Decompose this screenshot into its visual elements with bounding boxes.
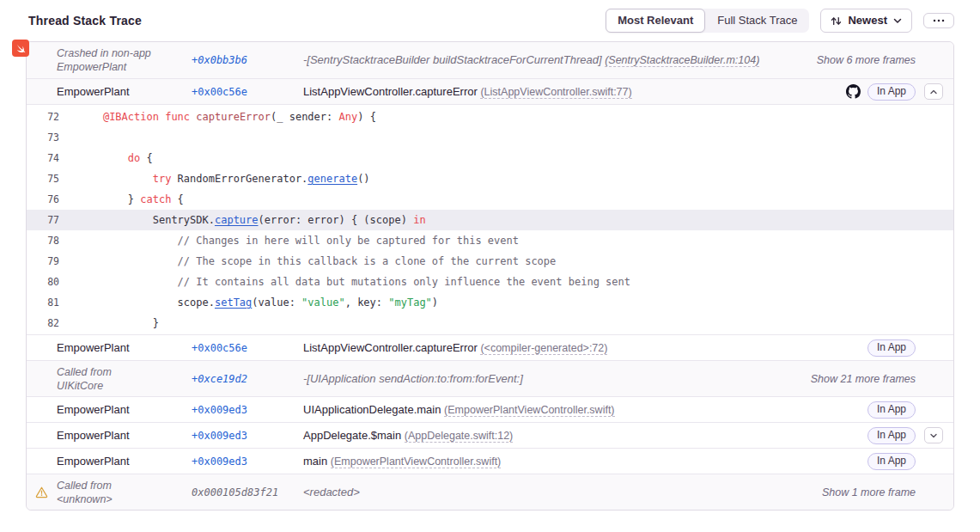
frame-right-zone: In App	[867, 339, 943, 357]
frame-function-name: <redacted>	[303, 486, 360, 498]
overflow-menu-button[interactable]	[923, 13, 954, 28]
chevron-down-icon	[929, 432, 938, 439]
stack-frame-row[interactable]: EmpowerPlant +0x009ed3 AppDelegate.$main…	[27, 422, 953, 448]
module-name: UIKitCore	[57, 379, 192, 393]
code-text: scope.setTag(value: "value", key: "myTag…	[59, 292, 438, 313]
module-name: EmpowerPlant	[57, 85, 192, 99]
frame-module: EmpowerPlant	[57, 341, 192, 355]
module-name: <unknown>	[57, 492, 192, 506]
line-number: 76	[27, 189, 59, 210]
frame-right-zone: Show 6 more frames	[817, 54, 943, 66]
code-line: 79 // The scope in this callback is a cl…	[27, 251, 953, 272]
frame-right-zone: Show 21 more frames	[811, 373, 943, 385]
frame-function: <redacted>	[303, 485, 822, 499]
stack-frame-row[interactable]: Crashed in non-appEmpowerPlant +0x0bb3b6…	[27, 42, 953, 78]
in-app-badge: In App	[867, 453, 916, 470]
expand-collapse-button[interactable]	[924, 427, 943, 443]
line-number: 74	[27, 148, 59, 168]
view-toggle: Most Relevant Full Stack Trace	[606, 9, 809, 33]
show-more-frames-link[interactable]: Show 6 more frames	[817, 54, 916, 66]
frame-address[interactable]: +0x0bb3b6	[192, 54, 303, 66]
frame-address[interactable]: +0x009ed3	[192, 404, 303, 416]
code-text: }	[59, 313, 159, 333]
code-text: SentrySDK.capture(error: error) { (scope…	[59, 210, 426, 230]
show-more-frames-link[interactable]: Show 21 more frames	[811, 373, 916, 385]
code-line: 75 try RandomErrorGenerator.generate()	[27, 168, 953, 189]
frame-filename[interactable]: (ListAppViewController.swift:77)	[480, 86, 631, 99]
chevron-up-icon	[929, 89, 938, 95]
warning-icon	[35, 486, 48, 498]
frame-module: EmpowerPlant	[57, 455, 192, 468]
frame-function: AppDelegate.$main (AppDelegate.swift:12)	[303, 428, 867, 443]
line-number: 77	[27, 210, 59, 230]
thread-stack-trace-header: Thread Stack Trace Most Relevant Full St…	[0, 0, 980, 41]
frame-right-zone: In App	[867, 401, 943, 419]
stack-frame-row[interactable]: EmpowerPlant +0x00c56e ListAppViewContro…	[27, 78, 953, 104]
frame-filename[interactable]: (EmpowerPlantViewController.swift)	[444, 404, 614, 417]
stack-frame-row[interactable]: EmpowerPlant +0x009ed3 UIApplicationDele…	[27, 396, 953, 422]
frame-icon-slot	[27, 486, 57, 498]
frame-function: ListAppViewController.captureError (<com…	[303, 340, 867, 356]
frame-function-name: ListAppViewController.captureError	[303, 341, 478, 354]
frame-filename[interactable]: (EmpowerPlantViewController.swift)	[331, 456, 501, 468]
stack-frame-row[interactable]: EmpowerPlant +0x009ed3 main (EmpowerPlan…	[27, 448, 953, 474]
line-number: 79	[27, 251, 59, 272]
frame-function-name: UIApplicationDelegate.main	[303, 403, 441, 416]
frame-function-name: -[SentryStacktraceBuilder buildStacktrac…	[303, 53, 602, 66]
page-title: Thread Stack Trace	[28, 14, 142, 28]
module-name: Crashed in non-app	[57, 46, 192, 60]
sort-newest-button[interactable]: Newest	[820, 9, 912, 33]
frame-right-zone: Show 1 more frame	[822, 486, 943, 498]
line-number: 81	[27, 292, 59, 313]
code-line: 82 }	[27, 313, 953, 333]
expand-collapse-button[interactable]	[924, 83, 943, 100]
frame-filename[interactable]: (<compiler-generated>:72)	[480, 342, 607, 355]
tab-full-stack-trace[interactable]: Full Stack Trace	[705, 9, 809, 33]
code-line: 73	[27, 127, 953, 148]
frame-address[interactable]: +0x00c56e	[192, 86, 303, 98]
github-icon[interactable]	[846, 84, 861, 99]
module-name: EmpowerPlant	[57, 60, 192, 74]
module-name: EmpowerPlant	[57, 429, 192, 443]
stack-frame-row[interactable]: Called from<unknown> 0x000105d83f21 <red…	[27, 474, 953, 510]
frame-module: EmpowerPlant	[57, 429, 192, 443]
code-text: @IBAction func captureError(_ sender: An…	[59, 107, 376, 127]
frame-function: -[UIApplication sendAction:to:from:forEv…	[303, 371, 811, 386]
frame-filename[interactable]: (SentryStacktraceBuilder.m:104)	[605, 54, 759, 67]
code-line: 76 } catch {	[27, 189, 953, 210]
code-line: 77 SentrySDK.capture(error: error) { (sc…	[27, 210, 953, 230]
code-text	[59, 127, 78, 148]
stack-trace-panel: Crashed in non-appEmpowerPlant +0x0bb3b6…	[26, 41, 954, 511]
line-number: 73	[27, 127, 59, 148]
header-controls: Most Relevant Full Stack Trace Newest	[606, 9, 954, 33]
show-more-frames-link[interactable]: Show 1 more frame	[822, 486, 916, 498]
frame-function-name: main	[303, 455, 327, 468]
frame-address[interactable]: 0x000105d83f21	[192, 486, 303, 498]
chevron-down-icon	[893, 17, 902, 24]
tab-most-relevant[interactable]: Most Relevant	[606, 9, 705, 33]
line-number: 72	[27, 107, 59, 127]
frame-address[interactable]: +0x009ed3	[192, 430, 303, 442]
frame-module: EmpowerPlant	[57, 85, 192, 99]
in-app-badge: In App	[867, 83, 916, 101]
line-number: 82	[27, 313, 59, 333]
code-text: do {	[59, 148, 153, 168]
frame-function: -[SentryStacktraceBuilder buildStacktrac…	[303, 52, 817, 68]
frame-address[interactable]: +0x009ed3	[192, 456, 303, 468]
frame-function: main (EmpowerPlantViewController.swift)	[303, 454, 867, 469]
frame-module: Called from<unknown>	[57, 479, 192, 506]
code-text: } catch {	[59, 189, 184, 210]
frame-filename[interactable]: (AppDelegate.swift:12)	[405, 430, 513, 443]
frame-right-zone: In App	[846, 83, 943, 101]
code-text: // It contains all data but mutations on…	[59, 272, 630, 292]
module-name: EmpowerPlant	[57, 403, 192, 417]
stack-frame-row[interactable]: Called fromUIKitCore +0xce19d2 -[UIAppli…	[27, 360, 953, 396]
frame-address[interactable]: +0x00c56e	[192, 342, 303, 354]
frame-module: Called fromUIKitCore	[57, 365, 192, 393]
frame-address[interactable]: +0xce19d2	[192, 373, 303, 385]
code-line: 78 // Changes in here will only be captu…	[27, 230, 953, 251]
module-name: Called from	[57, 479, 192, 492]
line-number: 80	[27, 272, 59, 292]
code-text: // Changes in here will only be captured…	[59, 230, 519, 251]
stack-frame-row[interactable]: EmpowerPlant +0x00c56e ListAppViewContro…	[27, 334, 953, 360]
